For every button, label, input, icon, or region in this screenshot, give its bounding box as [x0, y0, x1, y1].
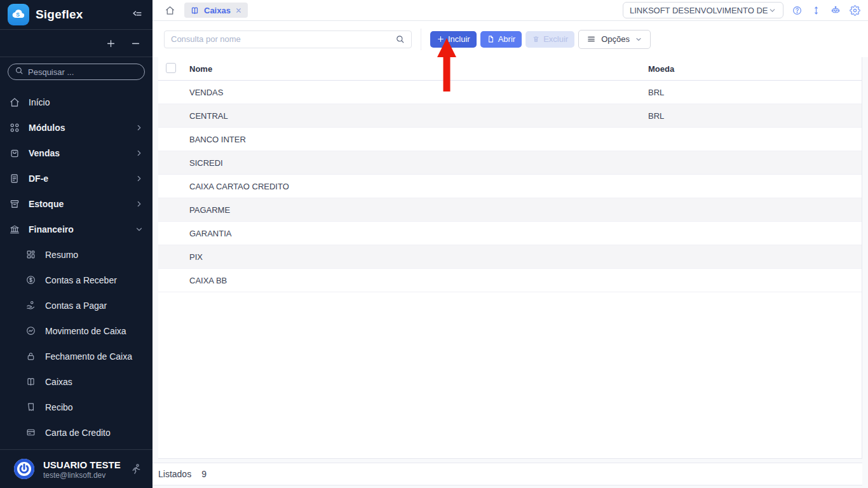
listados-label: Listados — [158, 469, 191, 479]
table-row[interactable]: SICREDI — [158, 151, 862, 175]
chevron-down-icon — [768, 6, 776, 15]
sidebar-item-resumo[interactable]: Resumo — [0, 242, 153, 268]
abrir-button[interactable]: Abrir — [480, 31, 522, 48]
column-header-moeda: Moeda — [648, 64, 862, 74]
content-area: Nome Moeda VENDASBRL CENTRALBRL BANCO IN… — [153, 57, 868, 488]
sidebar-item-recibo[interactable]: Recibo — [0, 395, 153, 420]
gear-icon[interactable] — [850, 5, 860, 16]
main-area: Caixas LINKSOFT DESENVOLVIMENTO DE ... I… — [153, 0, 868, 488]
expand-collapse-bar — [0, 30, 153, 57]
sidebar-header: S Sigeflex — [0, 0, 153, 30]
hand-coin-icon — [25, 300, 37, 311]
table-row[interactable]: CENTRALBRL — [158, 104, 862, 128]
caixas-table: Nome Moeda VENDASBRL CENTRALBRL BANCO IN… — [158, 57, 862, 459]
sidebar-item-fechamento-de-caixa[interactable]: Fechamento de Caixa — [0, 344, 153, 369]
receipt-icon — [25, 402, 37, 413]
sidebar-item-estoque[interactable]: Estoque — [0, 191, 153, 217]
chevron-right-icon — [135, 123, 144, 132]
robot-icon[interactable] — [830, 4, 841, 16]
table-row[interactable]: CAIXA CARTAO CREDITO — [158, 175, 862, 198]
bank-icon — [9, 224, 20, 235]
sigeflex-logo: S — [8, 4, 29, 25]
consulta-input[interactable] — [171, 34, 395, 44]
brand-title: Sigeflex — [36, 8, 131, 22]
chevron-down-icon — [635, 36, 642, 43]
sidebar-item-contas-a-receber[interactable]: Contas a Receber — [0, 268, 153, 293]
dashboard-icon — [25, 249, 37, 261]
archive-box-icon — [9, 198, 20, 210]
chevron-right-icon — [135, 149, 144, 158]
divider — [421, 29, 421, 50]
sidebar-item-carta-de-credito[interactable]: Carta de Credito — [0, 420, 153, 445]
user-name: USUARIO TESTE — [43, 459, 122, 471]
grid-dots-icon — [9, 122, 20, 133]
table-row[interactable]: CAIXA BB — [158, 269, 862, 292]
menu-icon — [587, 34, 596, 44]
search-icon — [395, 34, 405, 44]
collapse-all-icon[interactable] — [130, 38, 141, 49]
sidebar-search[interactable] — [8, 64, 145, 80]
file-icon — [487, 35, 495, 43]
sidebar-item-movimento-de-caixa[interactable]: Movimento de Caixa — [0, 318, 153, 344]
consulta-search[interactable] — [164, 30, 412, 48]
table-row[interactable]: PIX — [158, 245, 862, 269]
chevron-right-icon — [135, 174, 144, 183]
incluir-button[interactable]: Incluir — [430, 31, 477, 48]
book-icon — [190, 6, 200, 15]
company-select-value: LINKSOFT DESENVOLVIMENTO DE ... — [630, 6, 768, 15]
toolbar: Incluir Abrir Excluir Opções — [153, 21, 868, 57]
table-row[interactable]: GARANTIA — [158, 222, 862, 245]
collapse-sidebar-icon[interactable] — [131, 8, 144, 21]
circle-chart-icon — [25, 325, 37, 337]
logout-icon[interactable] — [130, 463, 142, 475]
table-body: VENDASBRL CENTRALBRL BANCO INTER SICREDI… — [158, 81, 862, 292]
dollar-circle-icon — [25, 274, 37, 286]
sidebar-item-modulos[interactable]: Módulos — [0, 115, 153, 140]
sidebar-search-wrap — [0, 57, 153, 86]
sidebar-item-financeiro[interactable]: Financeiro — [0, 217, 153, 242]
lock-icon — [25, 351, 37, 362]
sidebar-nav: Início Módulos Vendas DF-e Estoque Finan… — [0, 86, 153, 449]
company-select[interactable]: LINKSOFT DESENVOLVIMENTO DE ... — [623, 2, 783, 18]
resize-vertical-icon[interactable] — [811, 5, 822, 16]
table-header: Nome Moeda — [158, 57, 862, 81]
opcoes-button[interactable]: Opções — [578, 30, 651, 49]
book-icon — [25, 376, 37, 388]
trash-icon — [532, 35, 540, 43]
table-row[interactable]: BANCO INTER — [158, 128, 862, 151]
sidebar-item-dfe[interactable]: DF-e — [0, 166, 153, 191]
shopping-bag-icon — [9, 147, 20, 159]
close-icon[interactable] — [235, 7, 242, 14]
chevron-right-icon — [135, 200, 144, 208]
sidebar-item-vendas[interactable]: Vendas — [0, 140, 153, 166]
home-icon — [9, 97, 20, 108]
listados-count: 9 — [201, 469, 207, 479]
excluir-button[interactable]: Excluir — [526, 31, 574, 48]
sidebar-item-caixas[interactable]: Caixas — [0, 369, 153, 395]
help-icon[interactable] — [792, 5, 803, 16]
tab-caixas[interactable]: Caixas — [184, 3, 248, 18]
sidebar-search-input[interactable] — [28, 67, 138, 77]
column-header-nome: Nome — [189, 64, 648, 74]
home-icon[interactable] — [165, 5, 175, 16]
chevron-down-icon — [135, 225, 144, 234]
sidebar: S Sigeflex Início Módulos Vendas — [0, 0, 153, 488]
table-row[interactable]: VENDASBRL — [158, 81, 862, 104]
credit-card-icon — [25, 427, 37, 438]
avatar — [13, 458, 36, 480]
plus-icon — [437, 35, 445, 43]
document-icon — [9, 173, 20, 184]
expand-all-icon[interactable] — [105, 38, 116, 49]
table-row[interactable]: PAGARME — [158, 198, 862, 222]
tab-bar: Caixas LINKSOFT DESENVOLVIMENTO DE ... — [153, 0, 868, 21]
user-panel[interactable]: USUARIO TESTE teste@linksoft.dev — [0, 449, 153, 488]
tab-label: Caixas — [204, 6, 231, 15]
sidebar-item-inicio[interactable]: Início — [0, 90, 153, 115]
svg-text:S: S — [16, 11, 20, 18]
search-icon — [15, 66, 24, 78]
user-email: teste@linksoft.dev — [43, 471, 122, 480]
sidebar-item-contas-a-pagar[interactable]: Contas a Pagar — [0, 293, 153, 318]
list-footer: Listados 9 — [153, 463, 862, 485]
select-all-checkbox[interactable] — [166, 63, 176, 73]
